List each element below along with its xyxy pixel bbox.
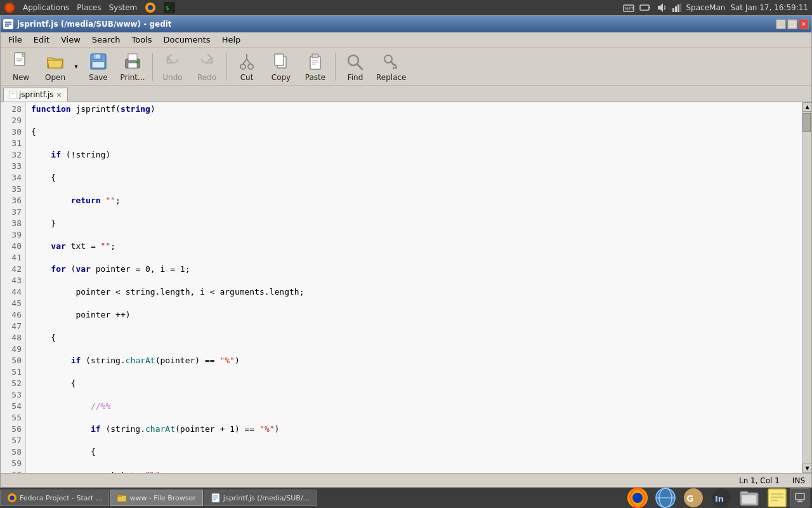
svg-rect-9 (641, 6, 648, 10)
svg-line-33 (243, 59, 247, 64)
separator-3 (335, 53, 336, 81)
datetime: Sat Jan 17, 16:59:11 (730, 3, 808, 12)
save-button[interactable]: Save (82, 50, 115, 83)
scroll-down-button[interactable]: ▼ (802, 464, 811, 473)
svg-point-31 (240, 64, 246, 69)
svg-text:$_: $_ (166, 5, 173, 11)
taskbar-dock-firefox[interactable] (624, 485, 651, 508)
places-menu[interactable]: Places (77, 3, 101, 12)
volume-icon (656, 2, 667, 13)
open-dropdown-button[interactable]: ▾ (72, 50, 81, 83)
show-desktop-button[interactable] (790, 488, 809, 507)
tab-file-icon (9, 91, 16, 98)
print-button[interactable]: Print... (116, 50, 149, 83)
svg-text:NET: NET (625, 6, 634, 11)
svg-rect-73 (796, 493, 804, 500)
redo-label: Redo (197, 73, 216, 82)
system-bar: Applications Places System $_ NET SpaceM… (0, 0, 812, 15)
tab-close-button[interactable]: × (56, 91, 62, 99)
svg-rect-26 (92, 62, 105, 68)
taskbar: Fedora Project - Start ... www - File Br… (0, 488, 812, 508)
save-label: Save (89, 73, 107, 82)
redo-button[interactable]: Redo (190, 50, 223, 83)
taskbar-dock: G In (624, 485, 790, 508)
paste-label: Paste (305, 73, 325, 82)
scroll-thumb[interactable] (802, 113, 811, 132)
username: SpaceMan (686, 3, 726, 12)
svg-rect-13 (678, 4, 679, 12)
close-button[interactable]: ✕ (799, 19, 809, 29)
svg-rect-38 (310, 57, 320, 69)
svg-rect-22 (16, 60, 22, 62)
tab-bar: jsprintf.js × (1, 86, 811, 102)
firefox-taskbar-icon (7, 493, 17, 503)
editor-container: 2829303132 3334353637 3839404142 4344454… (1, 102, 811, 473)
app-icon[interactable] (4, 2, 15, 13)
print-label: Print... (120, 73, 145, 82)
scroll-up-button[interactable]: ▲ (802, 102, 811, 112)
svg-rect-69 (768, 489, 786, 507)
svg-point-30 (136, 61, 139, 64)
taskbar-dock-gimp[interactable]: G (680, 485, 707, 508)
menu-view[interactable]: View (56, 34, 86, 46)
svg-rect-24 (93, 54, 101, 59)
title-bar: jsprintf.js (/media/SUB/www) - gedit _ □… (1, 16, 811, 32)
svg-rect-12 (675, 6, 677, 12)
paste-button[interactable]: Paste (299, 50, 332, 83)
scroll-track[interactable] (802, 112, 811, 464)
undo-label: Undo (162, 73, 182, 82)
cut-button[interactable]: Cut (230, 50, 263, 83)
svg-point-2 (148, 5, 153, 10)
code-editor[interactable]: function jsprintf(string) { if (!string)… (26, 102, 802, 473)
minimize-button[interactable]: _ (776, 19, 786, 29)
undo-button[interactable]: Undo (156, 50, 189, 83)
save-icon (88, 51, 108, 72)
menu-help[interactable]: Help (217, 34, 246, 46)
paste-icon (305, 51, 325, 72)
open-group: Open ▾ (39, 50, 81, 83)
gedit-title-icon (3, 19, 13, 29)
main-window: jsprintf.js (/media/SUB/www) - gedit _ □… (0, 15, 812, 488)
open-button[interactable]: Open (39, 50, 72, 83)
scrollbar[interactable]: ▲ ▼ (802, 102, 811, 473)
taskbar-item-filebrowser[interactable]: www - File Browser (110, 490, 202, 506)
taskbar-item-fedora[interactable]: Fedora Project - Start ... (0, 490, 109, 506)
applications-menu[interactable]: Applications (23, 3, 69, 12)
svg-rect-25 (95, 55, 96, 58)
menu-documents[interactable]: Documents (159, 34, 216, 46)
new-button[interactable]: New (4, 50, 37, 83)
svg-marker-10 (658, 3, 663, 12)
menu-file[interactable]: File (3, 34, 27, 46)
svg-line-34 (247, 59, 251, 64)
menu-tools[interactable]: Tools (126, 34, 157, 46)
copy-button[interactable]: Copy (265, 50, 298, 83)
find-button[interactable]: Find (339, 50, 372, 83)
taskbar-dock-files[interactable] (736, 485, 763, 508)
maximize-button[interactable]: □ (787, 19, 797, 29)
menu-search[interactable]: Search (87, 34, 126, 46)
svg-point-50 (10, 496, 15, 500)
taskbar-dock-network[interactable] (652, 485, 679, 508)
taskbar-filebrowser-label: www - File Browser (129, 494, 195, 502)
svg-rect-29 (128, 63, 137, 68)
svg-point-32 (248, 64, 253, 69)
print-icon (122, 51, 143, 72)
copy-icon (271, 51, 291, 72)
gedit-taskbar-icon (211, 493, 221, 503)
svg-rect-37 (275, 54, 284, 65)
taskbar-dock-notes[interactable] (764, 485, 790, 508)
replace-button[interactable]: Replace (373, 50, 409, 83)
toolbar: New Open ▾ Save Print... (1, 48, 811, 86)
svg-rect-39 (312, 54, 318, 58)
taskbar-dock-inkscape[interactable]: In (708, 485, 735, 508)
cut-icon (237, 51, 257, 72)
system-menu[interactable]: System (108, 3, 137, 12)
taskbar-item-gedit[interactable]: jsprintf.js (/media/SUB/... (204, 490, 317, 506)
tab-jsprintf[interactable]: jsprintf.js × (3, 88, 68, 102)
filebrowser-taskbar-icon (117, 493, 127, 503)
taskbar-items: Fedora Project - Start ... www - File Br… (0, 490, 624, 506)
menu-edit[interactable]: Edit (29, 34, 55, 46)
menu-bar: File Edit View Search Tools Documents He… (1, 32, 811, 48)
signal-icon (672, 3, 681, 12)
network-icon: NET (623, 2, 634, 13)
